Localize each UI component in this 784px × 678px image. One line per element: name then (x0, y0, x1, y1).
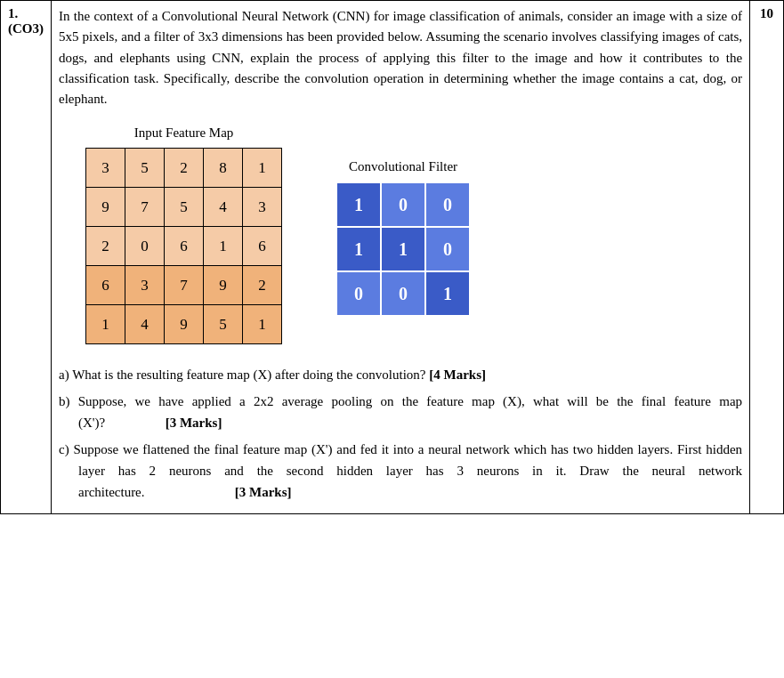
f-1-0: 1 (336, 227, 381, 271)
cell-3-0: 6 (86, 266, 125, 305)
cell-2-4: 6 (243, 227, 282, 266)
cell-2-1: 0 (125, 227, 165, 266)
question-table: 1. (CO3) In the context of a Convolution… (0, 0, 784, 514)
marks-column: 10 (750, 1, 784, 514)
filter-section: Convolutional Filter 1 0 0 1 1 0 (335, 159, 471, 317)
filter-inner: Convolutional Filter 1 0 0 1 1 0 (335, 159, 471, 317)
cell-3-3: 9 (204, 266, 243, 305)
f-1-2: 0 (425, 227, 470, 271)
cell-4-1: 4 (125, 305, 165, 344)
cell-1-3: 4 (204, 188, 243, 227)
sub-c-text: Suppose we flattened the final feature m… (73, 442, 742, 499)
marks-value: 10 (760, 6, 773, 20)
sub-c-label: c) (59, 442, 73, 456)
visuals-row: Input Feature Map 3 5 2 8 1 9 7 5 (85, 125, 742, 344)
filter-row: 1 0 0 (336, 182, 470, 227)
cell-1-4: 3 (243, 188, 282, 227)
cell-0-1: 5 (125, 149, 165, 188)
filter-row: 0 0 1 (336, 271, 470, 316)
cell-4-2: 9 (165, 305, 204, 344)
cell-4-4: 1 (243, 305, 282, 344)
question-number: 1. (CO3) (1, 1, 52, 514)
sub-b-marks: [3 Marks] (166, 416, 222, 430)
filter-table: 1 0 0 1 1 0 0 0 (335, 182, 471, 317)
table-row: 1 4 9 5 1 (86, 305, 282, 344)
input-feature-map-table: 3 5 2 8 1 9 7 5 4 3 (85, 148, 282, 344)
f-2-2: 1 (425, 271, 470, 316)
cell-4-3: 5 (204, 305, 243, 344)
table-row: 2 0 6 1 6 (86, 227, 282, 266)
f-1-1: 1 (381, 227, 425, 271)
sub-question-c: c) Suppose we flattened the final featur… (59, 439, 742, 503)
input-feature-map-section: Input Feature Map 3 5 2 8 1 9 7 5 (85, 125, 282, 344)
question-text: In the context of a Convolutional Neural… (59, 6, 742, 109)
cell-3-2: 7 (165, 266, 204, 305)
sub-a-label: a) (59, 367, 72, 382)
sub-questions-list: a) What is the resulting feature map (X)… (59, 364, 742, 503)
filter-label: Convolutional Filter (349, 159, 457, 174)
sub-b-label: b) (59, 394, 78, 408)
cell-4-0: 1 (86, 305, 125, 344)
sub-question-a: a) What is the resulting feature map (X)… (59, 364, 742, 385)
cell-2-3: 1 (204, 227, 243, 266)
question-content: In the context of a Convolutional Neural… (52, 1, 750, 514)
cell-0-3: 8 (204, 149, 243, 188)
table-row: 9 7 5 4 3 (86, 188, 282, 227)
cell-0-2: 2 (165, 149, 204, 188)
q-number: 1. (8, 6, 18, 20)
sub-a-marks: [4 Marks] (429, 367, 486, 382)
sub-questions: a) What is the resulting feature map (X)… (59, 364, 742, 503)
f-0-1: 0 (381, 182, 425, 227)
table-row: 3 5 2 8 1 (86, 149, 282, 188)
sub-question-b: b) Suppose, we have applied a 2x2 averag… (59, 391, 742, 433)
table-row: 6 3 7 9 2 (86, 266, 282, 305)
cell-3-4: 2 (243, 266, 282, 305)
cell-3-1: 3 (125, 266, 165, 305)
cell-0-4: 1 (243, 149, 282, 188)
cell-1-2: 5 (165, 188, 204, 227)
sub-c-marks: [3 Marks] (235, 485, 292, 499)
f-0-2: 0 (425, 182, 470, 227)
cell-1-1: 7 (125, 188, 165, 227)
cell-2-0: 2 (86, 227, 125, 266)
f-2-0: 0 (336, 271, 381, 316)
f-0-0: 1 (336, 182, 381, 227)
cell-0-0: 3 (86, 149, 125, 188)
cell-2-2: 6 (165, 227, 204, 266)
q-co: (CO3) (8, 21, 44, 36)
input-map-label: Input Feature Map (134, 125, 234, 141)
f-2-1: 0 (381, 271, 425, 316)
sub-a-text: What is the resulting feature map (X) af… (72, 367, 429, 382)
filter-row: 1 1 0 (336, 227, 470, 271)
cell-1-0: 9 (86, 188, 125, 227)
